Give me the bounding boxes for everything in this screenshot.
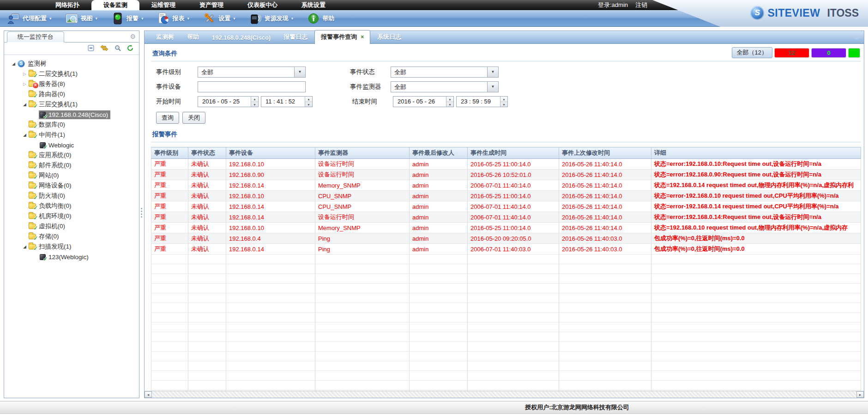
scroll-left-icon[interactable]: ◄ [145,391,152,398]
close-button[interactable]: 关闭 [182,112,205,124]
gear-icon[interactable]: ⚙ [130,33,136,40]
top-menu-item[interactable]: 资产管理 [187,0,235,10]
logout-link[interactable]: 注销 [635,1,647,9]
spinner-arrows-icon[interactable]: ▲▼ [251,97,258,107]
event-level-cell: 严重 [151,159,188,170]
panel-splitter-handle[interactable] [141,208,142,209]
event-row[interactable]: 严重 未确认 192.168.0.4 Ping admin 2016-05-20… [151,233,861,244]
event-row[interactable]: 严重 未确认 192.168.0.10 Memory_SNMP admin 20… [151,223,861,233]
tree-item[interactable]: 服务器(8) [7,79,139,89]
tree-item[interactable]: 防火墙(0) [7,191,139,201]
document-tab[interactable]: 报警事件查询 × [314,30,370,44]
close-icon[interactable]: × [361,35,364,39]
horizontal-scrollbar[interactable]: ◄ ► [145,391,864,398]
event-row[interactable]: 严重 未确认 192.168.0.10 CPU_SNMP admin 2016-… [151,191,861,201]
tree-item[interactable]: 网络设备(0) [7,181,139,191]
toolbar-button-discovery[interactable]: 资源发现 ▾ [249,12,294,24]
end-time-spinner[interactable]: 23 : 59 : 59 ▲▼ [456,96,508,107]
tree-item[interactable]: 路由器(0) [7,89,139,99]
collapse-icon[interactable] [88,45,94,53]
spinner-arrows-icon[interactable]: ▲▼ [305,97,312,107]
tree-item[interactable]: 数据库(0) [7,120,139,130]
tree-item[interactable]: 负载均衡(0) [7,201,139,211]
event-row[interactable]: 严重 未确认 192.168.0.14 Ping admin 2006-07-0… [151,244,861,255]
refresh-icon[interactable] [127,45,133,53]
column-header[interactable]: 事件监测器 [315,147,410,159]
tree-item[interactable]: 网站(0) [7,170,139,181]
toolbar-button-settings[interactable]: 设置 ▾ [203,12,235,24]
document-tab[interactable]: 系统日志 [371,30,407,43]
badge-warning-count[interactable]: 0 [811,48,846,58]
top-menu-item[interactable]: 系统设置 [289,0,338,10]
tree-expander-icon[interactable] [22,72,28,76]
badge-ok-count[interactable] [848,48,860,58]
tree-expander-icon[interactable] [11,61,17,66]
spinner-arrows-icon[interactable]: ▲▼ [446,97,453,107]
tree-item[interactable]: 监测树 [7,59,139,69]
top-menu-item[interactable]: 网络拓扑 [43,0,91,10]
start-date-spinner[interactable]: 2016 - 05 - 25 ▲▼ [198,96,259,107]
tree-item[interactable]: 二层交换机(1) [7,69,139,79]
chevron-down-icon[interactable]: ▼ [294,67,305,77]
toolbar-button-report[interactable]: 报表 ▾ [157,12,190,24]
column-header[interactable]: 事件最后修改人 [410,147,468,159]
top-menu-item[interactable]: 设备监测 [91,0,139,10]
toolbar-button-view[interactable]: 视图 ▾ [66,12,98,24]
toolbar-button-alarm[interactable]: 报警 ▾ [111,12,144,24]
chevron-down-icon[interactable]: ▼ [487,82,498,92]
scroll-right-icon[interactable]: ► [856,391,864,398]
search-button[interactable]: 查询 [156,112,179,124]
event-status-select[interactable]: 全部 ▼ [391,67,499,78]
tree-item[interactable]: 邮件系统(0) [7,160,139,170]
document-tab-bar: 监测树 帮助 192.168.0.248(Cisco) 报警日志 报警事件查询 … [145,31,864,44]
column-header[interactable]: 详细 [651,147,861,159]
tree-item[interactable]: 192.168.0.248(Cisco) [7,109,139,120]
event-monitor-select[interactable]: 全部 ▼ [391,81,499,92]
tree-item[interactable]: 三层交换机(1) [7,99,139,109]
device-icon [40,142,46,148]
badge-all-count[interactable]: 全部（12） [732,47,772,58]
tree-item[interactable]: Weblogic [7,140,139,150]
sidebar-tab-monitor-platform[interactable]: 统一监控平台 [7,31,64,43]
column-header[interactable]: 事件上次修改时间 [559,147,651,159]
spinner-arrows-icon[interactable]: ▲▼ [500,97,507,107]
end-date-spinner[interactable]: 2016 - 05 - 26 ▲▼ [393,96,454,107]
event-device-input[interactable] [198,81,306,92]
column-header[interactable]: 事件设备 [226,147,315,159]
top-menu-item[interactable]: 运维管理 [139,0,187,10]
tree-item[interactable]: 中间件(1) [7,130,139,140]
column-header[interactable]: 事件级别 [151,147,188,159]
tree-expander-icon[interactable] [22,82,28,86]
document-tab[interactable]: 监测树 [150,30,180,43]
event-level-select[interactable]: 全部 ▼ [198,67,306,78]
top-menu-item[interactable]: 仪表板中心 [235,0,289,10]
tree-item[interactable]: 存储(0) [7,231,139,242]
badge-critical-count[interactable]: 12 [774,48,809,58]
document-tab[interactable]: 帮助 [181,30,205,43]
swap-arrows-icon[interactable] [100,45,108,53]
chevron-down-icon[interactable]: ▼ [487,67,498,77]
event-row[interactable]: 严重 未确认 192.168.0.10 设备运行时间 admin 2016-05… [151,159,861,170]
event-row[interactable]: 严重 未确认 192.168.0.14 设备运行时间 admin 2006-07… [151,212,861,223]
document-tab[interactable]: 报警日志 [277,30,313,43]
gear-icon[interactable]: ⚙ [854,34,860,40]
search-icon[interactable] [115,45,121,53]
event-row[interactable]: 严重 未确认 192.168.0.14 CPU_SNMP admin 2006-… [151,201,861,212]
column-header[interactable]: 事件状态 [188,147,226,159]
document-tab[interactable]: 192.168.0.248(Cisco) [206,32,277,43]
start-time-spinner[interactable]: 11 : 41 : 52 ▲▼ [261,96,313,107]
tree-item[interactable]: 虚拟机(0) [7,221,139,231]
tree-item[interactable]: 扫描发现(1) [7,242,139,252]
tree-item[interactable]: 123(Weblogic) [7,252,139,262]
tree-item[interactable]: 机房环境(0) [7,211,139,221]
event-row[interactable]: 严重 未确认 192.168.0.14 Memory_SNMP admin 20… [151,180,861,191]
toolbar-button-agent-config[interactable]: 代理配置 ▾ [7,12,52,24]
tree-expander-icon[interactable] [22,244,28,249]
tree-expander-icon[interactable] [22,133,28,137]
column-header[interactable]: 事件生成时间 [468,147,559,159]
toolbar-button-help[interactable]: 帮助 [307,12,334,24]
event-row[interactable]: 严重 未确认 192.168.0.90 设备运行时间 admin 2016-05… [151,170,861,180]
tree-expander-icon[interactable] [22,102,28,107]
tree-item[interactable]: 应用系统(0) [7,150,139,160]
sidebar-panel: 统一监控平台 ⚙ 监测树 [4,30,139,398]
